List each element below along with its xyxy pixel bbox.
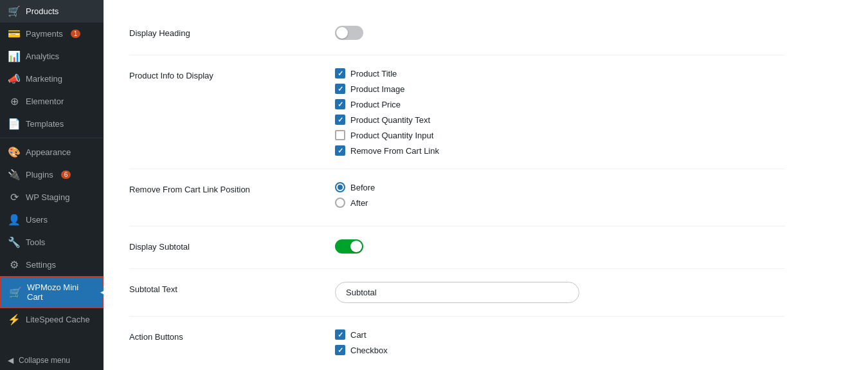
remove-from-cart-position-control: Before After [335,182,785,213]
sidebar-item-label: Appearance [26,147,71,157]
product-price-checkbox[interactable] [335,99,345,109]
sidebar-item-analytics[interactable]: 📊 Analytics [0,45,104,68]
sidebar-item-label: Payments [26,29,63,39]
sidebar-item-label: WPMozo Mini Cart [27,282,95,302]
elementor-icon: ⊕ [8,95,21,107]
sidebar-item-wp-staging[interactable]: ⟳ WP Staging [0,186,104,208]
sidebar-item-label: Settings [26,260,56,270]
display-subtotal-row: Display Subtotal [129,227,785,269]
remove-from-cart-position-row: Remove From Cart Link Position Before Af… [129,169,785,227]
checkout-label: Checkbox [350,346,388,355]
action-buttons-row: Action Buttons Cart Checkbox [129,317,785,368]
analytics-icon: 📊 [8,50,21,62]
subtotal-text-label: Subtotal Text [129,282,309,294]
subtotal-text-row: Subtotal Text [129,269,785,317]
sidebar-item-label: WP Staging [26,192,69,202]
display-heading-label: Display Heading [129,26,309,38]
wp-staging-icon: ⟳ [8,191,21,203]
product-image-checkbox[interactable] [335,84,345,94]
sidebar-item-plugins[interactable]: 🔌 Plugins 6 [0,163,104,186]
cart-checkbox[interactable] [335,329,345,340]
display-subtotal-label: Display Subtotal [129,239,309,252]
after-radio-row: After [335,198,785,208]
checkout-checkbox-row: Checkbox [335,345,785,355]
before-label: Before [350,183,375,192]
collapse-arrow-icon[interactable]: ◀ [97,287,104,297]
product-quantity-input-checkbox[interactable] [335,130,345,140]
collapse-menu-button[interactable]: ◀ Collapse menu [0,351,104,370]
sidebar-item-label: Plugins [26,170,53,180]
action-buttons-control: Cart Checkbox [335,329,785,355]
product-price-row: Product Price [335,99,785,109]
product-quantity-text-checkbox[interactable] [335,115,345,125]
sidebar-item-products[interactable]: 🛒 Products [0,0,104,23]
subtotal-text-input[interactable] [335,282,579,303]
product-title-label: Product Title [350,69,397,79]
product-image-label: Product Image [350,84,405,94]
payments-badge: 1 [71,30,81,38]
marketing-icon: 📣 [8,73,21,85]
sidebar-item-label: Tools [26,237,45,247]
cart-label: Cart [350,330,366,340]
product-info-control: Product Title Product Image Product Pric… [335,68,785,156]
settings-icon: ⚙ [8,259,21,271]
display-heading-toggle[interactable] [335,26,363,40]
litespeed-icon: ⚡ [8,313,21,326]
sidebar-item-marketing[interactable]: 📣 Marketing [0,68,104,90]
before-radio-row: Before [335,182,785,192]
product-info-row: Product Info to Display Product Title Pr… [129,55,785,169]
remove-from-cart-label: Remove From Cart Link [350,146,439,156]
sidebar-item-wpmozo-mini-cart[interactable]: 🛒 WPMozo Mini Cart ◀ [0,276,104,308]
product-info-label: Product Info to Display [129,68,309,80]
remove-from-cart-row: Remove From Cart Link [335,145,785,156]
sidebar-separator [0,138,104,138]
before-radio[interactable] [335,182,345,192]
display-subtotal-slider [335,239,363,254]
display-heading-slider [335,26,363,40]
product-title-checkbox[interactable] [335,68,345,79]
cart-checkbox-row: Cart [335,329,785,340]
display-heading-row: Display Heading [129,13,785,55]
display-heading-control [335,26,785,42]
product-quantity-input-row: Product Quantity Input [335,130,785,140]
sidebar-item-label: Marketing [26,74,62,84]
product-title-row: Product Title [335,68,785,79]
after-label: After [350,198,368,208]
sidebar-item-elementor[interactable]: ⊕ Elementor [0,90,104,113]
templates-icon: 📄 [8,118,21,130]
sidebar-item-templates[interactable]: 📄 Templates [0,113,104,135]
sidebar-item-payments[interactable]: 💳 Payments 1 [0,23,104,45]
products-icon: 🛒 [8,5,21,17]
sidebar-item-tools[interactable]: 🔧 Tools [0,231,104,254]
sidebar-item-label: LiteSpeed Cache [26,315,90,324]
sidebar-item-users[interactable]: 👤 Users [0,208,104,231]
product-image-row: Product Image [335,84,785,94]
subtotal-text-control [335,282,785,303]
wpmozo-icon: 🛒 [9,286,22,299]
plugins-badge: 6 [61,171,71,179]
remove-from-cart-position-label: Remove From Cart Link Position [129,182,309,194]
sidebar-item-label: Elementor [26,97,64,106]
checkout-checkbox[interactable] [335,345,345,355]
main-content: Display Heading Product Info to Display … [104,0,868,370]
tools-icon: 🔧 [8,236,21,248]
content-area: Display Heading Product Info to Display … [104,0,811,370]
sidebar-item-appearance[interactable]: 🎨 Appearance [0,141,104,163]
sidebar-item-litespeed-cache[interactable]: ⚡ LiteSpeed Cache [0,308,104,331]
sidebar-item-label: Products [26,6,59,16]
collapse-menu-label: Collapse menu [19,356,70,365]
product-quantity-text-label: Product Quantity Text [350,115,430,125]
action-buttons-label: Action Buttons [129,329,309,342]
collapse-arrow-left-icon: ◀ [8,356,14,365]
sidebar-item-settings[interactable]: ⚙ Settings [0,254,104,276]
product-quantity-text-row: Product Quantity Text [335,115,785,125]
after-radio[interactable] [335,198,345,208]
product-price-label: Product Price [350,100,401,109]
payments-icon: 💳 [8,28,21,40]
remove-from-cart-checkbox[interactable] [335,145,345,156]
display-subtotal-toggle[interactable] [335,239,363,254]
sidebar: 🛒 Products 💳 Payments 1 📊 Analytics 📣 Ma… [0,0,104,370]
sidebar-item-label: Templates [26,119,64,129]
sidebar-item-label: Users [26,215,48,225]
appearance-icon: 🎨 [8,146,21,158]
